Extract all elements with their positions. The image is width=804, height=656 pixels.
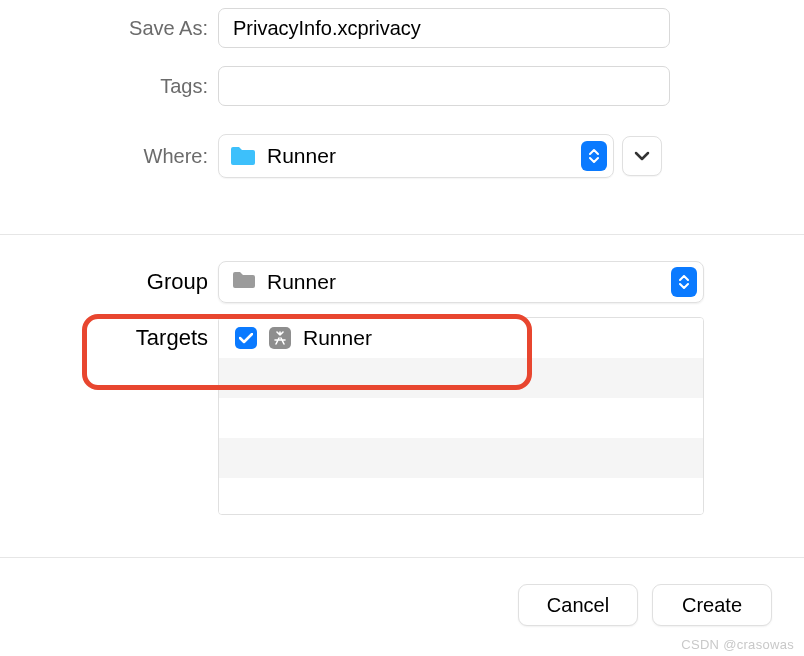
targets-list: Runner — [218, 317, 704, 515]
create-button[interactable]: Create — [652, 584, 772, 626]
list-stripe — [219, 398, 703, 438]
folder-grey-icon — [231, 270, 257, 295]
updown-stepper-icon — [581, 141, 607, 171]
expand-button[interactable] — [622, 136, 662, 176]
save-as-label: Save As: — [0, 17, 218, 40]
checkmark-icon — [239, 333, 253, 344]
group-value: Runner — [267, 270, 336, 294]
list-stripe — [219, 358, 703, 398]
cancel-button[interactable]: Cancel — [518, 584, 638, 626]
save-as-input[interactable] — [218, 8, 670, 48]
watermark: CSDN @crasowas — [681, 637, 794, 652]
chevron-down-icon — [634, 151, 650, 161]
list-stripe — [219, 478, 703, 515]
folder-icon — [229, 145, 257, 167]
updown-stepper-icon — [671, 267, 697, 297]
where-select[interactable]: Runner — [218, 134, 614, 178]
tags-label: Tags: — [0, 75, 218, 98]
tags-input[interactable] — [218, 66, 670, 106]
list-stripe — [219, 438, 703, 478]
where-value: Runner — [267, 144, 336, 168]
target-row[interactable]: Runner — [219, 318, 703, 358]
group-select[interactable]: Runner — [218, 261, 704, 303]
app-icon — [269, 327, 291, 349]
where-label: Where: — [0, 145, 218, 168]
targets-label: Targets — [0, 317, 218, 351]
divider — [0, 557, 804, 558]
group-label: Group — [0, 269, 218, 295]
target-name: Runner — [303, 326, 372, 350]
divider — [0, 234, 804, 235]
target-checkbox[interactable] — [235, 327, 257, 349]
